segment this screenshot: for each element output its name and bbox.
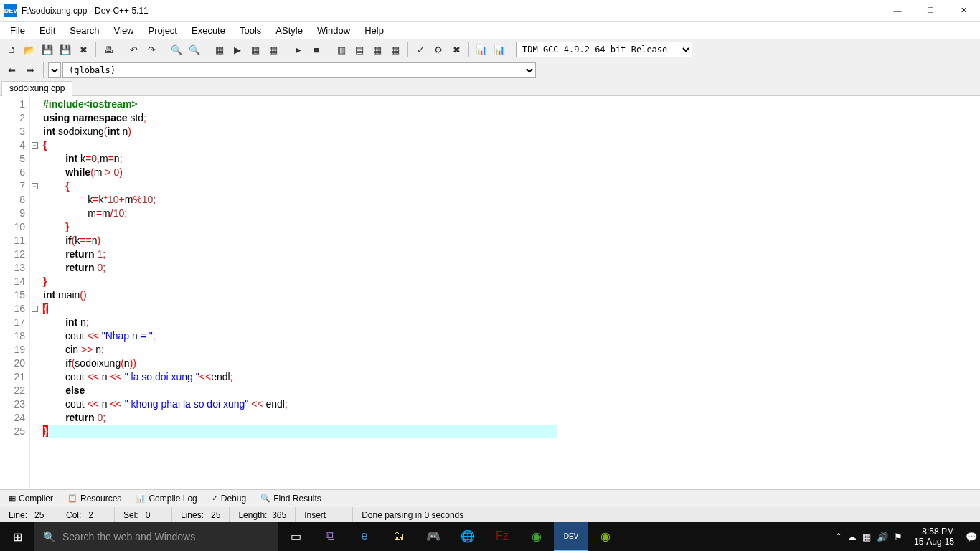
code-line[interactable]: while(m > 0) [43,166,557,179]
taskbar-search[interactable]: 🔍 Search the web and Windows [34,522,278,551]
code-line[interactable]: cin >> n; [43,343,557,357]
fold-toggle[interactable]: − [32,183,38,189]
app-chrome-icon[interactable]: 🌐 [451,522,485,551]
code-line[interactable]: k=k*10+m%10; [43,193,557,207]
menu-execute[interactable]: Execute [184,23,232,38]
menu-tools[interactable]: Tools [232,23,268,38]
editor-tab[interactable]: sodoixung.cpp [1,81,72,96]
app-filezilla-icon[interactable]: Fz [485,522,519,551]
code-line[interactable]: return 0; [43,261,557,275]
menu-project[interactable]: Project [141,23,184,38]
code-line[interactable]: { [43,302,557,316]
goto-button[interactable]: ✓ [412,41,429,58]
tray-clock[interactable]: 8:58 PM 15-Aug-15 [908,527,960,547]
code-line[interactable]: { [43,179,557,193]
menu-search[interactable]: Search [62,23,106,38]
output-tab-debug[interactable]: ✓Debug [206,492,252,505]
nav-back-button[interactable]: ⬅ [3,62,20,79]
code-area[interactable]: #include<iostream>using namespace std;in… [39,96,557,489]
compile-button[interactable]: ▦ [211,41,228,58]
code-line[interactable]: return 0; [43,411,557,425]
code-line[interactable]: m=m/10; [43,207,557,220]
code-line[interactable]: cout << "Nhap n = "; [43,329,557,343]
code-line[interactable]: int n; [43,316,557,329]
taskview-icon[interactable]: ▭ [278,522,313,551]
code-line[interactable]: int main() [43,288,557,302]
code-line[interactable]: using namespace std; [43,111,557,125]
nav-forward-button[interactable]: ➡ [22,62,39,79]
menu-edit[interactable]: Edit [32,23,62,38]
compile-run-button[interactable]: ▦ [247,41,264,58]
undo-button[interactable]: ↶ [125,41,142,58]
delete-button[interactable]: ✖ [448,41,465,58]
fold-toggle[interactable]: − [32,306,38,312]
output-tab-find-results[interactable]: 🔍Find Results [255,492,327,505]
code-editor[interactable]: 1234567891011121314151617181920212223242… [0,96,980,489]
stop-button[interactable]: ■ [308,41,325,58]
find-button[interactable]: 🔍 [168,41,185,58]
code-line[interactable]: if(k==n) [43,234,557,248]
code-line[interactable]: } [43,275,557,288]
app-torrent-icon[interactable]: ◉ [519,522,554,551]
output-tab-compile-log[interactable]: 📊Compile Log [130,492,202,505]
code-line[interactable]: int sodoixung(int n) [43,125,557,138]
menu-help[interactable]: Help [357,23,391,38]
bookmark-button[interactable]: ▦ [387,41,404,58]
maximize-button[interactable]: ☐ [914,0,947,22]
app-edge-icon[interactable]: e [347,522,382,551]
code-line[interactable]: else [43,384,557,397]
save-all-button[interactable]: 💾 [57,41,74,58]
code-line[interactable]: int k=0,m=n; [43,152,557,166]
code-line[interactable]: return 1; [43,248,557,261]
code-line[interactable]: if(sodoixung(n)) [43,357,557,370]
compiler-select[interactable]: TDM-GCC 4.9.2 64-bit Release [516,42,692,57]
start-button[interactable]: ⊞ [0,522,34,551]
menu-view[interactable]: View [107,23,141,38]
fold-toggle[interactable]: − [32,142,38,149]
options-button[interactable]: ⚙ [430,41,447,58]
code-line[interactable]: cout << n << " khong phai la so doi xung… [43,397,557,411]
profile2-button[interactable]: 📊 [491,41,508,58]
debug-button[interactable]: ► [290,41,307,58]
menu-file[interactable]: File [3,23,32,38]
tray-notifications-icon[interactable]: 💬 [966,532,977,542]
profile-button[interactable]: 📊 [473,41,490,58]
output-tab-compiler[interactable]: ▦Compiler [3,492,59,505]
app-utorrent-icon[interactable]: ◉ [588,522,623,551]
fold-gutter[interactable]: −−− [30,96,39,489]
close-file-button[interactable]: ✖ [75,41,92,58]
app-explorer-icon[interactable]: 🗂 [382,522,416,551]
new-file-button[interactable]: 🗋 [3,41,20,58]
run-button[interactable]: ▶ [229,41,246,58]
code-line[interactable]: { [43,138,557,152]
new-class-button[interactable]: ▥ [333,41,350,58]
output-tab-resources[interactable]: 📋Resources [62,492,127,505]
menu-astyle[interactable]: AStyle [268,23,310,38]
tab-label: Compile Log [149,494,197,504]
save-button[interactable]: 💾 [39,41,56,58]
rebuild-button[interactable]: ▦ [265,41,282,58]
tray-volume-icon[interactable]: 🔊 [877,532,888,542]
print-button[interactable]: 🖶 [100,41,117,58]
open-file-button[interactable]: 📂 [21,41,38,58]
replace-button[interactable]: 🔍 [186,41,203,58]
class-select[interactable] [48,62,61,78]
code-line[interactable]: } [43,425,557,438]
code-line[interactable]: #include<iostream> [43,98,557,111]
app-vs-icon[interactable]: ⧉ [313,522,347,551]
insert-button[interactable]: ▤ [351,41,368,58]
tray-network-icon[interactable]: ▦ [862,532,871,542]
code-line[interactable]: } [43,220,557,234]
close-button[interactable]: ✕ [947,0,980,22]
app-pes-icon[interactable]: 🎮 [416,522,451,551]
app-devcpp-icon[interactable]: DEV [554,522,588,551]
redo-button[interactable]: ↷ [143,41,160,58]
menu-window[interactable]: Window [310,23,357,38]
tray-onedrive-icon[interactable]: ☁ [847,532,857,542]
tray-flag-icon[interactable]: ⚑ [894,532,903,542]
tray-chevron-icon[interactable]: ˄ [837,532,842,542]
globals-select[interactable]: (globals) [62,62,536,78]
code-line[interactable]: cout << n << " la so doi xung "<<endl; [43,370,557,384]
minimize-button[interactable]: — [881,0,914,22]
toggle-button[interactable]: ▦ [369,41,386,58]
